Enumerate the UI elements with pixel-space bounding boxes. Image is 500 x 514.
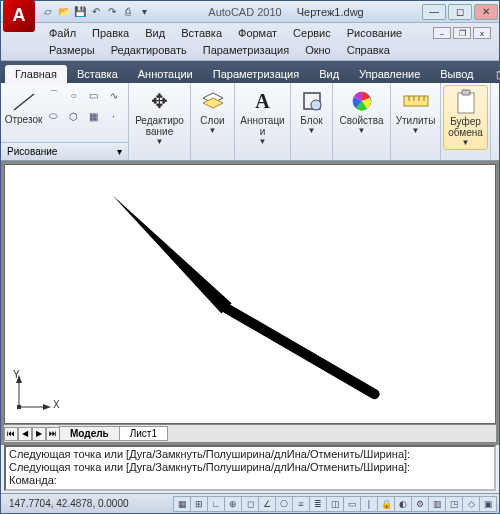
status-bar: 147.7704, 42.4878, 0.0000 ▦ ⊞ ∟ ⊕ ◻ ∠ ⎔ … xyxy=(1,493,499,513)
qat-redo-icon[interactable]: ↷ xyxy=(105,5,119,19)
menu-dims[interactable]: Размеры xyxy=(41,43,103,57)
model-toggle[interactable]: ▭ xyxy=(343,496,361,512)
annot-button[interactable]: A Аннотаци и ▼ xyxy=(236,85,288,148)
tab-next-icon[interactable]: ▶ xyxy=(32,427,46,441)
doc-close-button[interactable]: x xyxy=(473,27,491,39)
tab-expand-icon[interactable]: ◫ xyxy=(486,66,500,83)
rect-icon[interactable]: ▭ xyxy=(85,87,103,103)
tab-first-icon[interactable]: ⏮ xyxy=(4,427,18,441)
axis-y-label: Y xyxy=(13,369,20,380)
menu-edit[interactable]: Правка xyxy=(84,26,137,40)
ducs-toggle[interactable]: ⎔ xyxy=(275,496,293,512)
menu-draw[interactable]: Рисование xyxy=(339,26,410,40)
clip-label: Буфер обмена xyxy=(448,116,483,138)
qat-open-icon[interactable]: 📂 xyxy=(57,5,71,19)
panel-util: Утилиты ▼ xyxy=(391,83,441,160)
qat-new-icon[interactable]: ▱ xyxy=(41,5,55,19)
tab-view[interactable]: Вид xyxy=(309,65,349,83)
ortho-toggle[interactable]: ∟ xyxy=(207,496,225,512)
ws-toggle[interactable]: ⚙ xyxy=(411,496,429,512)
menu-service[interactable]: Сервис xyxy=(285,26,339,40)
polar-toggle[interactable]: ⊕ xyxy=(224,496,242,512)
status-coords[interactable]: 147.7704, 42.4878, 0.0000 xyxy=(3,498,135,509)
ann-scale-toggle[interactable]: 🔒 xyxy=(377,496,395,512)
menu-window[interactable]: Окно xyxy=(297,43,339,57)
block-button[interactable]: Блок ▼ xyxy=(294,85,330,137)
toolbar-toggle[interactable]: ▥ xyxy=(428,496,446,512)
svg-rect-9 xyxy=(458,93,474,113)
hw-toggle[interactable]: ◳ xyxy=(445,496,463,512)
ann-vis-toggle[interactable]: ◐ xyxy=(394,496,412,512)
tab-manage[interactable]: Управление xyxy=(349,65,430,83)
app-menu-button[interactable]: A xyxy=(3,0,35,32)
cmd-prompt: Команда: xyxy=(9,474,491,487)
menu-help[interactable]: Справка xyxy=(339,43,398,57)
panel-layer: Слои ▼ xyxy=(191,83,235,160)
point-icon[interactable]: · xyxy=(105,108,123,124)
menu-insert[interactable]: Вставка xyxy=(173,26,230,40)
prop-label: Свойства xyxy=(340,115,384,126)
grid-toggle[interactable]: ⊞ xyxy=(190,496,208,512)
doc-restore-button[interactable]: ❐ xyxy=(453,27,471,39)
quick-access-toolbar: ▱ 📂 💾 ↶ ↷ ⎙ ▾ xyxy=(41,5,151,19)
line-button[interactable]: Отрезок xyxy=(7,87,41,127)
qp-toggle[interactable]: ◫ xyxy=(326,496,344,512)
ellipse-icon[interactable]: ⬭ xyxy=(45,108,63,124)
edit-button[interactable]: ✥ Редактиро вание ▼ xyxy=(131,85,188,148)
tab-sheet1[interactable]: Лист1 xyxy=(119,426,168,441)
tab-output[interactable]: Вывод xyxy=(430,65,483,83)
svg-line-0 xyxy=(14,94,34,110)
canvas-area: Y X ⏮ ◀ ▶ ⏭ Модель Лист1 xyxy=(1,161,499,445)
qat-save-icon[interactable]: 💾 xyxy=(73,5,87,19)
util-button[interactable]: Утилиты ▼ xyxy=(392,85,440,137)
panel-draw-footer[interactable]: Рисование ▾ xyxy=(1,142,128,160)
snap-toggle[interactable]: ▦ xyxy=(173,496,191,512)
spline-icon[interactable]: ∿ xyxy=(105,87,123,103)
tab-insert[interactable]: Вставка xyxy=(67,65,128,83)
layer-button[interactable]: Слои ▼ xyxy=(195,85,231,137)
tab-param[interactable]: Параметризация xyxy=(203,65,309,83)
arc-icon[interactable]: ⌒ xyxy=(45,87,63,103)
polygon-icon[interactable]: ⬡ xyxy=(65,108,83,124)
minimize-button[interactable]: — xyxy=(422,4,446,20)
panel-annot: A Аннотаци и ▼ xyxy=(235,83,291,160)
qat-dropdown-icon[interactable]: ▾ xyxy=(137,5,151,19)
iso-toggle[interactable]: ◇ xyxy=(462,496,480,512)
text-icon: A xyxy=(249,87,277,115)
osnap-toggle[interactable]: ◻ xyxy=(241,496,259,512)
drawing-canvas[interactable]: Y X xyxy=(4,164,496,424)
svg-marker-16 xyxy=(43,404,51,410)
tab-nav: ⏮ ◀ ▶ ⏭ xyxy=(4,427,60,441)
tab-prev-icon[interactable]: ◀ xyxy=(18,427,32,441)
doc-minimize-button[interactable]: – xyxy=(433,27,451,39)
circle-icon[interactable]: ○ xyxy=(65,87,83,103)
close-button[interactable]: ✕ xyxy=(474,4,498,20)
lwt-toggle[interactable]: ≣ xyxy=(309,496,327,512)
menu-file[interactable]: Файл xyxy=(41,26,84,40)
qat-print-icon[interactable]: ⎙ xyxy=(121,5,135,19)
clean-toggle[interactable]: ▣ xyxy=(479,496,497,512)
hatch-icon[interactable]: ▦ xyxy=(85,108,103,124)
chevron-down-icon: ▼ xyxy=(358,126,366,135)
prop-button[interactable]: Свойства ▼ xyxy=(336,85,388,137)
tab-annot[interactable]: Аннотации xyxy=(128,65,203,83)
maximize-button[interactable]: ◻ xyxy=(448,4,472,20)
menu-modify[interactable]: Редактировать xyxy=(103,43,195,57)
block-icon xyxy=(298,87,326,115)
color-wheel-icon xyxy=(348,87,376,115)
status-toggles: ▦ ⊞ ∟ ⊕ ◻ ∠ ⎔ ≡ ≣ ◫ ▭ | 🔒 ◐ ⚙ ▥ ◳ ◇ ▣ xyxy=(174,496,497,512)
menu-param[interactable]: Параметризация xyxy=(195,43,297,57)
qat-undo-icon[interactable]: ↶ xyxy=(89,5,103,19)
clip-button[interactable]: Буфер обмена ▼ xyxy=(443,85,488,150)
menu-view[interactable]: Вид xyxy=(137,26,173,40)
annot-label: Аннотаци и xyxy=(240,115,284,137)
tab-last-icon[interactable]: ⏭ xyxy=(46,427,60,441)
tab-home[interactable]: Главная xyxy=(5,65,67,83)
menu-format[interactable]: Формат xyxy=(230,26,285,40)
dyn-toggle[interactable]: ≡ xyxy=(292,496,310,512)
panel-prop: Свойства ▼ xyxy=(333,83,391,160)
tab-model[interactable]: Модель xyxy=(59,426,120,441)
ribbon-tabs: Главная Вставка Аннотации Параметризация… xyxy=(1,61,499,83)
command-window[interactable]: Следующая точка или [Дуга/Замкнуть/Полуш… xyxy=(4,445,496,491)
otrack-toggle[interactable]: ∠ xyxy=(258,496,276,512)
